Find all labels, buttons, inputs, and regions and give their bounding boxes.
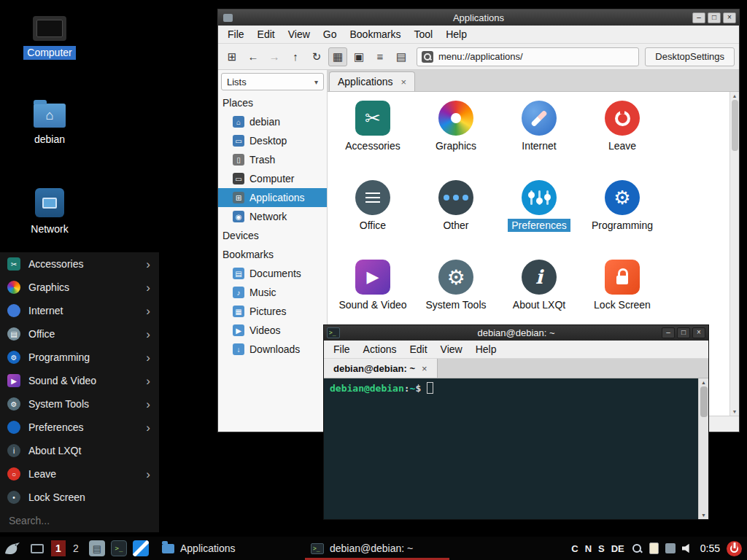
desktop-icon-debian[interactable]: ⌂ debian: [15, 104, 85, 147]
sidebar-mode-combo[interactable]: Lists ▾: [221, 73, 324, 90]
menu-file[interactable]: File: [327, 342, 357, 357]
menu-item-office[interactable]: ▤ Office ›: [0, 322, 159, 346]
refresh-icon[interactable]: ↻: [307, 47, 326, 66]
up-icon[interactable]: ↑: [286, 47, 305, 66]
menu-view[interactable]: View: [282, 27, 317, 42]
menu-item-leave[interactable]: ○ Leave ›: [0, 462, 159, 486]
bookmark-documents[interactable]: ▤ Documents: [218, 264, 327, 283]
menu-item-accessories[interactable]: ✂ Accessories ›: [0, 252, 159, 276]
icon-view-icon[interactable]: ▦: [328, 47, 347, 66]
place-network[interactable]: ◉ Network: [218, 207, 327, 226]
search-input[interactable]: [9, 515, 150, 526]
menu-file[interactable]: File: [221, 27, 251, 42]
clock[interactable]: 0:55: [700, 542, 720, 554]
magnifier-tray-icon[interactable]: [631, 542, 643, 554]
desktop-icon-network[interactable]: Network: [15, 188, 85, 236]
terminal-scrollbar[interactable]: ▲ ▼: [698, 378, 708, 519]
place-trash[interactable]: ▯ Trash: [218, 150, 327, 169]
menu-item-system-tools[interactable]: ⚙ System Tools ›: [0, 392, 159, 416]
app-office[interactable]: Office: [331, 176, 414, 255]
app-other[interactable]: Other: [414, 176, 498, 255]
tab-close-icon[interactable]: ×: [422, 363, 427, 374]
bookmark-music[interactable]: ♪ Music: [218, 283, 327, 302]
fm-scrollbar[interactable]: ▲ ▼: [729, 92, 739, 416]
app-system-tools[interactable]: ⚙ System Tools: [414, 255, 498, 335]
minimize-button[interactable]: –: [662, 327, 675, 338]
tab-applications[interactable]: Applications ×: [329, 71, 415, 91]
app-graphics[interactable]: Graphics: [414, 96, 498, 176]
menu-item-about-lxqt[interactable]: i About LXQt: [0, 439, 159, 462]
thumbnail-view-icon[interactable]: ▣: [349, 47, 368, 66]
menu-edit[interactable]: Edit: [403, 342, 433, 357]
place-computer[interactable]: ▭ Computer: [218, 169, 327, 188]
tab-close-icon[interactable]: ×: [401, 77, 407, 88]
place-debian[interactable]: ⌂ debian: [218, 112, 327, 131]
show-desktop-icon[interactable]: [31, 544, 44, 553]
maximize-button[interactable]: □: [677, 327, 690, 338]
tray-icon[interactable]: [665, 543, 676, 553]
task-terminal[interactable]: >_ debian@debian: ~: [305, 537, 449, 560]
scroll-down-icon[interactable]: ▼: [732, 409, 738, 414]
new-tab-icon[interactable]: ⊞: [222, 47, 241, 66]
menu-item-graphics[interactable]: Graphics ›: [0, 276, 159, 299]
app-about-lxqt[interactable]: i About LXQt: [498, 255, 581, 335]
app-leave[interactable]: Leave: [581, 96, 664, 176]
path-bar[interactable]: menu://applications/: [417, 47, 639, 66]
menu-tool[interactable]: Tool: [408, 27, 440, 42]
file-manager-launcher-icon[interactable]: ▤: [89, 540, 105, 556]
menu-item-preferences[interactable]: Preferences ›: [0, 416, 159, 439]
scroll-thumb[interactable]: [732, 100, 738, 151]
volume-icon[interactable]: [682, 543, 694, 553]
menu-edit[interactable]: Edit: [251, 27, 282, 42]
desktop-icon-computer[interactable]: Computer: [15, 16, 85, 60]
bookmark-videos[interactable]: ▶ Videos: [218, 321, 327, 340]
menu-help[interactable]: Help: [469, 342, 503, 357]
menu-item-lock-screen[interactable]: • Lock Screen: [0, 486, 159, 509]
menu-item-programming[interactable]: ⚙ Programming ›: [0, 346, 159, 369]
menu-actions[interactable]: Actions: [357, 342, 403, 357]
start-menu-button[interactable]: [4, 540, 21, 557]
workspace-2-button[interactable]: 2: [69, 540, 83, 556]
keyboard-layout[interactable]: DE: [611, 543, 624, 554]
detailed-view-icon[interactable]: ▤: [392, 47, 411, 66]
app-lock-screen[interactable]: Lock Screen: [581, 255, 664, 335]
app-preferences[interactable]: Preferences: [498, 176, 581, 255]
scroll-up-icon[interactable]: ▲: [732, 93, 738, 98]
desktop-settings-button[interactable]: DesktopSettings: [645, 47, 735, 66]
menu-bookmarks[interactable]: Bookmarks: [343, 27, 407, 42]
menu-help[interactable]: Help: [439, 27, 473, 42]
menu-item-sound-video[interactable]: ▶ Sound & Video ›: [0, 369, 159, 392]
scroll-thumb[interactable]: [700, 386, 708, 417]
terminal-screen[interactable]: debian@debian:~$: [324, 378, 698, 519]
terminal-tab[interactable]: debian@debian: ~ ×: [324, 359, 438, 378]
menu-view[interactable]: View: [434, 342, 469, 357]
app-sound-video[interactable]: ▶ Sound & Video: [331, 255, 414, 335]
place-desktop[interactable]: ▭ Desktop: [218, 131, 327, 150]
scroll-up-icon[interactable]: ▲: [701, 380, 706, 385]
app-programming[interactable]: ⚙ Programming: [581, 176, 664, 255]
compact-view-icon[interactable]: ≡: [371, 47, 390, 66]
task-applications[interactable]: Applications: [156, 537, 301, 560]
place-applications[interactable]: ⊞ Applications: [218, 188, 327, 207]
scroll-down-icon[interactable]: ▼: [701, 513, 706, 518]
close-button[interactable]: ×: [723, 12, 736, 23]
clipboard-tray-icon[interactable]: [649, 542, 659, 554]
menu-go[interactable]: Go: [317, 27, 344, 42]
app-accessories[interactable]: ✂ Accessories: [331, 96, 414, 176]
workspace-1-button[interactable]: 1: [51, 540, 66, 556]
app-internet[interactable]: Internet: [498, 96, 581, 176]
power-button[interactable]: [727, 541, 742, 556]
bookmark-pictures[interactable]: ▦ Pictures: [218, 302, 327, 321]
terminal-titlebar[interactable]: >_ debian@debian: ~ – □ ×: [324, 325, 708, 341]
fm-titlebar[interactable]: Applications – □ ×: [218, 9, 739, 26]
menu-search[interactable]: [0, 509, 159, 532]
forward-icon[interactable]: →: [265, 47, 284, 66]
minimize-button[interactable]: –: [692, 12, 705, 23]
close-button[interactable]: ×: [692, 327, 705, 338]
terminal-launcher-icon[interactable]: >_: [111, 540, 127, 556]
menu-item-internet[interactable]: Internet ›: [0, 299, 159, 322]
back-icon[interactable]: ←: [244, 47, 263, 66]
maximize-button[interactable]: □: [708, 12, 721, 23]
bookmark-downloads[interactable]: ↓ Downloads: [218, 340, 327, 359]
editor-launcher-icon[interactable]: [133, 540, 149, 556]
